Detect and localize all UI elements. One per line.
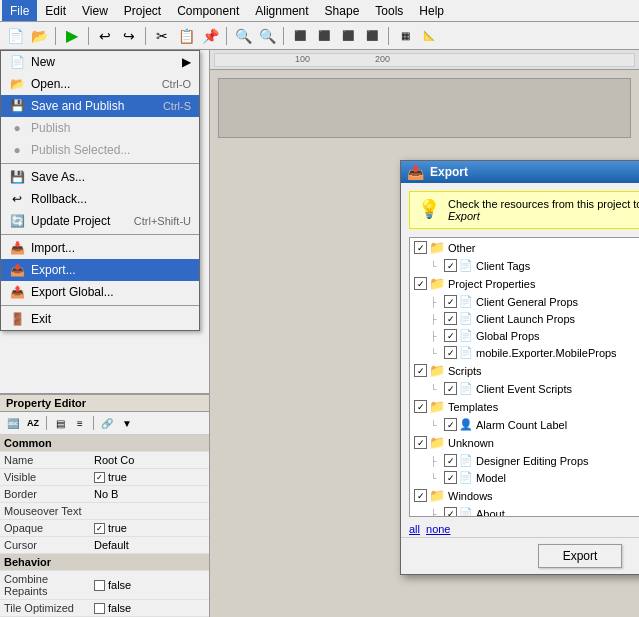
tree-item-global-props[interactable]: ├ 📄 Global Props (410, 327, 639, 344)
menu-item-export-global[interactable]: 📤 Export Global... (1, 281, 199, 303)
link-all[interactable]: all (409, 523, 420, 535)
pe-value-mouseover[interactable] (90, 503, 209, 520)
tree-item-client-launch[interactable]: ├ 📄 Client Launch Props (410, 310, 639, 327)
dialog-tree-content[interactable]: 📁 Other └ 📄 Client Tags 📁 (409, 237, 639, 517)
toolbar-zoom-out[interactable]: 🔍 (256, 25, 278, 47)
menu-item-save-publish[interactable]: 💾 Save and Publish Ctrl-S (1, 95, 199, 117)
tree-item-other[interactable]: 📁 Other (410, 238, 639, 257)
tree-check-windows[interactable] (414, 489, 427, 502)
tree-check-templates[interactable] (414, 400, 427, 413)
pe-value-border[interactable]: No B (90, 486, 209, 503)
menu-item-open[interactable]: 📂 Open... Ctrl-O (1, 73, 199, 95)
pe-value-tile[interactable]: false (90, 600, 209, 617)
tree-check-model[interactable] (444, 471, 457, 484)
export-button[interactable]: Export (538, 544, 623, 568)
pe-btn-detail[interactable]: ≡ (71, 414, 89, 432)
tree-item-scripts[interactable]: 📁 Scripts (410, 361, 639, 380)
tree-check-global-props[interactable] (444, 329, 457, 342)
menu-item-exit[interactable]: 🚪 Exit (1, 308, 199, 330)
menu-item-rollback[interactable]: ↩ Rollback... (1, 188, 199, 210)
tree-check-client-launch[interactable] (444, 312, 457, 325)
toolbar-paste[interactable]: 📌 (199, 25, 221, 47)
menubar-tools[interactable]: Tools (367, 0, 411, 21)
toolbar-new[interactable]: 📄 (4, 25, 26, 47)
tile-checkbox[interactable] (94, 603, 105, 614)
tree-item-client-general[interactable]: ├ 📄 Client General Props (410, 293, 639, 310)
toolbar-cut[interactable]: ✂ (151, 25, 173, 47)
toolbar-zoom-in[interactable]: 🔍 (232, 25, 254, 47)
tree-check-designer-editing[interactable] (444, 454, 457, 467)
tree-check-other[interactable] (414, 241, 427, 254)
toolbar-align2[interactable]: ⬛ (313, 25, 335, 47)
link-none[interactable]: none (426, 523, 450, 535)
menu-item-export[interactable]: 📤 Export... (1, 259, 199, 281)
toolbar-redo[interactable]: ↪ (118, 25, 140, 47)
menubar-view[interactable]: View (74, 0, 116, 21)
toolbar-copy[interactable]: 📋 (175, 25, 197, 47)
tree-check-client-event-scripts[interactable] (444, 382, 457, 395)
toolbar-align1[interactable]: ⬛ (289, 25, 311, 47)
pe-btn-alpha[interactable]: AZ (24, 414, 42, 432)
menu-item-new[interactable]: 📄 New ▶ (1, 51, 199, 73)
pe-btn-link[interactable]: 🔗 (98, 414, 116, 432)
tree-item-windows[interactable]: 📁 Windows (410, 486, 639, 505)
pe-btn-more[interactable]: ▼ (118, 414, 136, 432)
tree-check-project-props[interactable] (414, 277, 427, 290)
tree-check-client-tags[interactable] (444, 259, 457, 272)
tree-item-templates[interactable]: 📁 Templates (410, 397, 639, 416)
pe-value-name[interactable]: Root Co (90, 452, 209, 469)
tree-check-about[interactable] (444, 507, 457, 517)
toolbar-align4[interactable]: ⬛ (361, 25, 383, 47)
menu-item-update-project[interactable]: 🔄 Update Project Ctrl+Shift-U (1, 210, 199, 232)
tree-line-model: └ (430, 473, 442, 483)
pe-toolbar: 🔤 AZ ▤ ≡ 🔗 ▼ (0, 412, 209, 435)
pe-label-border: Border (0, 486, 90, 503)
tree-item-client-tags[interactable]: └ 📄 Client Tags (410, 257, 639, 274)
pe-btn-group[interactable]: ▤ (51, 414, 69, 432)
toolbar: 📄 📂 ▶ ↩ ↪ ✂ 📋 📌 🔍 🔍 ⬛ ⬛ ⬛ ⬛ ▦ 📐 (0, 22, 639, 50)
pe-section-behavior-label: Behavior (0, 554, 209, 571)
toolbar-grid[interactable]: ▦ (394, 25, 416, 47)
menubar-project[interactable]: Project (116, 0, 169, 21)
folder-icon-windows: 📁 (429, 488, 445, 503)
visible-checkbox[interactable]: ✓ (94, 472, 105, 483)
pe-value-visible[interactable]: ✓ true (90, 469, 209, 486)
menubar-alignment[interactable]: Alignment (247, 0, 316, 21)
menu-item-publish-selected[interactable]: ● Publish Selected... (1, 139, 199, 161)
pe-value-combine[interactable]: false (90, 571, 209, 600)
tree-check-scripts[interactable] (414, 364, 427, 377)
menu-item-save-as[interactable]: 💾 Save As... (1, 166, 199, 188)
property-editor-header: Property Editor (0, 395, 209, 412)
toolbar-open[interactable]: 📂 (28, 25, 50, 47)
tree-item-client-event-scripts[interactable]: └ 📄 Client Event Scripts (410, 380, 639, 397)
toolbar-snap[interactable]: 📐 (418, 25, 440, 47)
pe-value-opaque[interactable]: ✓ true (90, 520, 209, 537)
tree-item-model[interactable]: └ 📄 Model (410, 469, 639, 486)
pe-row-tile: Tile Optimized false (0, 600, 209, 617)
tree-item-project-props[interactable]: 📁 Project Properties (410, 274, 639, 293)
menubar-component[interactable]: Component (169, 0, 247, 21)
menubar-edit[interactable]: Edit (37, 0, 74, 21)
menubar-help[interactable]: Help (411, 0, 452, 21)
tree-item-alarm-count[interactable]: └ 👤 Alarm Count Label (410, 416, 639, 433)
toolbar-undo[interactable]: ↩ (94, 25, 116, 47)
combine-checkbox[interactable] (94, 580, 105, 591)
tree-item-unknown[interactable]: 📁 Unknown (410, 433, 639, 452)
tree-item-designer-editing[interactable]: ├ 📄 Designer Editing Props (410, 452, 639, 469)
tree-check-alarm-count[interactable] (444, 418, 457, 431)
menu-item-publish[interactable]: ● Publish (1, 117, 199, 139)
opaque-checkbox[interactable]: ✓ (94, 523, 105, 534)
menu-item-import[interactable]: 📥 Import... (1, 237, 199, 259)
tree-check-mobile-props[interactable] (444, 346, 457, 359)
pe-value-cursor[interactable]: Default (90, 537, 209, 554)
tree-check-unknown[interactable] (414, 436, 427, 449)
pe-btn-sort[interactable]: 🔤 (4, 414, 22, 432)
tree-check-client-general[interactable] (444, 295, 457, 308)
toolbar-sep6 (388, 27, 389, 45)
menubar-shape[interactable]: Shape (317, 0, 368, 21)
tree-item-mobile-props[interactable]: └ 📄 mobile.Exporter.MobileProps (410, 344, 639, 361)
menubar-file[interactable]: File (2, 0, 37, 21)
tree-item-about[interactable]: ├ 📄 About (410, 505, 639, 517)
toolbar-align3[interactable]: ⬛ (337, 25, 359, 47)
toolbar-play[interactable]: ▶ (61, 25, 83, 47)
